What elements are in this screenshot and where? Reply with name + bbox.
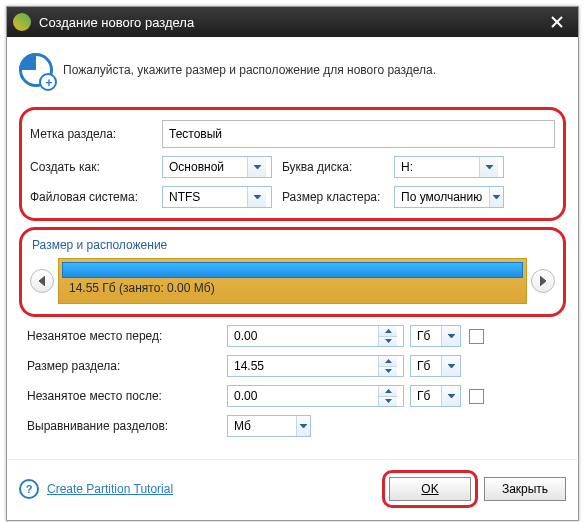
dialog-title: Создание нового раздела <box>39 15 542 30</box>
close-button[interactable]: Закрыть <box>484 477 566 501</box>
label-cluster-size: Размер кластера: <box>282 190 394 204</box>
group-title: Размер и расположение <box>32 238 555 252</box>
partition-add-icon: + <box>19 53 53 87</box>
highlight-ok: OK <box>382 470 478 508</box>
highlight-settings: Метка раздела: Создать как: Основной Бук… <box>19 107 566 221</box>
step-up-icon[interactable] <box>379 386 397 397</box>
chevron-down-icon[interactable] <box>247 157 266 177</box>
partition-size-stepper[interactable] <box>227 355 404 377</box>
chevron-down-icon[interactable] <box>296 416 310 436</box>
chevron-down-icon[interactable] <box>441 356 460 376</box>
free-before-stepper[interactable] <box>227 325 404 347</box>
dialog: Создание нового раздела + Пожалуйста, ук… <box>6 6 579 521</box>
tutorial-link[interactable]: Create Partition Tutorial <box>47 482 173 496</box>
label-free-before: Незанятое место перед: <box>27 329 227 343</box>
label-alignment: Выравнивание разделов: <box>27 419 227 433</box>
label-create-as: Создать как: <box>30 160 162 174</box>
label-free-after: Незанятое место после: <box>27 389 227 403</box>
lock-before-checkbox[interactable] <box>469 329 484 344</box>
chevron-down-icon[interactable] <box>247 187 266 207</box>
label-partition-size: Размер раздела: <box>27 359 227 373</box>
svg-marker-5 <box>493 195 500 199</box>
free-after-input[interactable] <box>228 386 378 406</box>
step-down-icon[interactable] <box>379 337 397 347</box>
unit-dropdown[interactable]: Гб <box>410 325 461 347</box>
chevron-down-icon[interactable] <box>441 386 460 406</box>
free-after-stepper[interactable] <box>227 385 404 407</box>
size-grid: Незанятое место перед: Гб Размер раздела… <box>19 317 566 437</box>
label-drive-letter: Буква диска: <box>282 160 394 174</box>
step-down-icon[interactable] <box>379 397 397 407</box>
shrink-right-button[interactable] <box>531 269 555 293</box>
svg-marker-17 <box>300 424 307 428</box>
partition-used-bar <box>62 262 523 278</box>
svg-marker-8 <box>385 329 392 333</box>
close-icon[interactable] <box>542 7 572 37</box>
svg-marker-4 <box>254 195 261 199</box>
highlight-size-location: Размер и расположение 14.55 Гб (занято: … <box>19 227 566 317</box>
svg-marker-14 <box>385 389 392 393</box>
svg-marker-11 <box>385 359 392 363</box>
intro-row: + Пожалуйста, укажите размер и расположе… <box>19 49 566 95</box>
svg-marker-13 <box>448 364 455 368</box>
svg-marker-9 <box>385 339 392 343</box>
file-system-dropdown[interactable]: NTFS <box>162 186 272 208</box>
label-partition-label: Метка раздела: <box>30 127 162 141</box>
unit-dropdown[interactable]: Гб <box>410 385 461 407</box>
svg-marker-2 <box>254 165 261 169</box>
partition-bar-label: 14.55 Гб (занято: 0.00 Мб) <box>69 281 215 295</box>
chevron-down-icon[interactable] <box>489 187 503 207</box>
footer: ? Create Partition Tutorial OK Закрыть <box>7 459 578 520</box>
partition-size-input[interactable] <box>228 356 378 376</box>
chevron-down-icon[interactable] <box>441 326 460 346</box>
ok-button[interactable]: OK <box>389 477 471 501</box>
app-icon <box>13 13 31 31</box>
titlebar: Создание нового раздела <box>7 7 578 37</box>
step-up-icon[interactable] <box>379 326 397 337</box>
svg-marker-7 <box>540 276 546 286</box>
step-up-icon[interactable] <box>379 356 397 367</box>
svg-marker-16 <box>448 394 455 398</box>
chevron-down-icon[interactable] <box>479 157 498 177</box>
drive-letter-dropdown[interactable]: H: <box>394 156 504 178</box>
cluster-size-dropdown[interactable]: По умолчанию <box>394 186 504 208</box>
svg-marker-3 <box>486 165 493 169</box>
partition-bar[interactable]: 14.55 Гб (занято: 0.00 Мб) <box>58 258 527 304</box>
create-as-dropdown[interactable]: Основной <box>162 156 272 178</box>
partition-label-input[interactable] <box>162 120 555 148</box>
free-before-input[interactable] <box>228 326 378 346</box>
label-file-system: Файловая система: <box>30 190 162 204</box>
svg-marker-15 <box>385 399 392 403</box>
step-down-icon[interactable] <box>379 367 397 377</box>
shrink-left-button[interactable] <box>30 269 54 293</box>
svg-marker-10 <box>448 334 455 338</box>
alignment-dropdown[interactable]: Мб <box>227 415 311 437</box>
intro-text: Пожалуйста, укажите размер и расположени… <box>63 63 436 77</box>
svg-marker-12 <box>385 369 392 373</box>
unit-dropdown[interactable]: Гб <box>410 355 461 377</box>
help-icon[interactable]: ? <box>19 479 39 499</box>
lock-after-checkbox[interactable] <box>469 389 484 404</box>
svg-marker-6 <box>39 276 45 286</box>
